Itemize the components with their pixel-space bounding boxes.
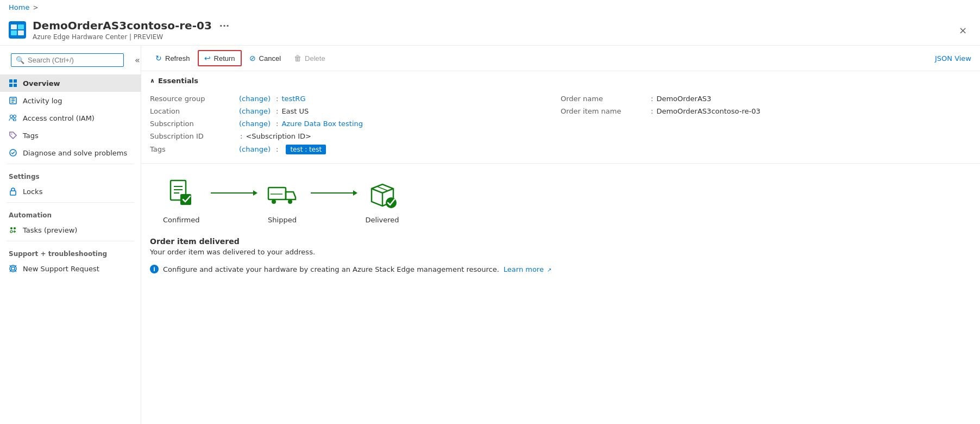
close-button[interactable]: × [954, 22, 971, 38]
subscription-value[interactable]: Azure Data Box testing [281, 120, 363, 128]
shipped-label: Shipped [268, 216, 297, 224]
svg-rect-5 [9, 79, 12, 83]
svg-rect-4 [18, 30, 24, 35]
support-icon [9, 264, 17, 273]
essentials-grid: Resource group (change) : testRG Locatio… [141, 90, 980, 164]
svg-point-19 [14, 227, 16, 229]
resource-group-value[interactable]: testRG [281, 95, 305, 103]
order-status-description: Your order item was delivered to your ad… [150, 248, 971, 256]
content-area: ↻ Refresh ↩ Return ⊘ Cancel 🗑 Delete JSO… [141, 46, 980, 424]
delete-icon: 🗑 [294, 54, 301, 63]
order-name-label: Order name [561, 95, 648, 103]
delivered-icon [365, 177, 400, 211]
section-support: Support + troubleshooting [0, 244, 141, 260]
arrow-shipped-delivered [300, 192, 365, 194]
sidebar-item-locks[interactable]: Locks [0, 183, 141, 200]
confirmed-icon [164, 177, 199, 211]
delete-button[interactable]: 🗑 Delete [288, 51, 331, 65]
essentials-right-col: Order name : DemoOrderAS3 Order item nam… [561, 92, 971, 157]
status-step-delivered: Delivered [365, 177, 400, 224]
ellipsis-menu[interactable]: ··· [216, 20, 233, 32]
svg-point-13 [10, 115, 13, 118]
subscription-label: Subscription [150, 120, 237, 128]
tags-change[interactable]: (change) [239, 145, 271, 153]
json-view-link[interactable]: JSON View [935, 54, 971, 63]
essentials-title: Essentials [158, 77, 198, 85]
svg-rect-0 [9, 21, 26, 39]
subscription-change[interactable]: (change) [239, 120, 271, 128]
external-link-icon: ↗ [547, 267, 551, 273]
confirmed-label: Confirmed [163, 216, 200, 224]
activity-log-icon [9, 96, 17, 105]
svg-point-33 [272, 199, 276, 204]
svg-rect-3 [11, 30, 17, 35]
resource-group-row: Resource group (change) : testRG [150, 92, 561, 105]
sidebar-item-diagnose[interactable]: Diagnose and solve problems [0, 144, 141, 161]
breadcrumb: Home > [0, 0, 980, 15]
sidebar-item-tags[interactable]: Tags [0, 127, 141, 144]
sidebar-item-label: Activity log [23, 97, 62, 105]
overview-icon [9, 79, 17, 88]
order-item-row: Order item name : DemoOrderAS3contoso-re… [561, 105, 971, 117]
delivered-label: Delivered [365, 216, 399, 224]
svg-rect-17 [10, 191, 16, 195]
svg-rect-31 [180, 194, 191, 205]
return-button[interactable]: ↩ Return [198, 50, 242, 66]
learn-more-link[interactable]: Learn more ↗ [504, 265, 552, 273]
section-automation: Automation [0, 205, 141, 221]
sidebar-item-label: New Support Request [23, 265, 99, 273]
resource-title: DemoOrderAS3contoso-re-03 ··· [33, 19, 954, 32]
refresh-button[interactable]: ↻ Refresh [150, 51, 196, 65]
search-input[interactable] [28, 56, 119, 64]
essentials-header: ∧ Essentials [141, 71, 980, 90]
order-name-row: Order name : DemoOrderAS3 [561, 92, 971, 105]
sidebar-item-label: Access control (IAM) [23, 114, 95, 122]
svg-rect-6 [14, 79, 17, 83]
breadcrumb-separator: > [33, 4, 38, 11]
subscription-id-value: <Subscription ID> [246, 132, 311, 140]
order-item-value: DemoOrderAS3contoso-re-03 [656, 107, 760, 115]
search-icon: 🔍 [16, 56, 24, 64]
sidebar-item-label: Tasks (preview) [23, 226, 77, 234]
status-step-shipped: Shipped [265, 177, 300, 224]
status-step-confirmed: Confirmed [163, 177, 200, 224]
sidebar-item-label: Locks [23, 188, 42, 196]
tags-row: Tags (change) : test : test [150, 142, 561, 157]
essentials-chevron[interactable]: ∧ [150, 77, 155, 84]
sidebar-item-label: Overview [23, 79, 60, 88]
arrow-confirmed-shipped [200, 192, 265, 194]
svg-rect-1 [11, 24, 17, 29]
sidebar-item-access-control[interactable]: Access control (IAM) [0, 109, 141, 127]
svg-point-20 [10, 230, 12, 233]
svg-point-14 [14, 115, 16, 118]
essentials-left-col: Resource group (change) : testRG Locatio… [150, 92, 561, 157]
resource-group-change[interactable]: (change) [239, 95, 271, 103]
svg-rect-7 [9, 84, 12, 87]
breadcrumb-home[interactable]: Home [9, 3, 29, 11]
return-icon: ↩ [204, 54, 211, 63]
sidebar: 🔍 « Overview Activity log Access control… [0, 46, 141, 424]
svg-point-22 [11, 267, 15, 270]
subscription-id-label: Subscription ID [150, 132, 237, 140]
refresh-icon: ↻ [155, 54, 162, 63]
info-icon: i [150, 265, 159, 273]
shipped-icon [265, 177, 300, 211]
sidebar-item-support[interactable]: New Support Request [0, 260, 141, 277]
location-change[interactable]: (change) [239, 107, 271, 115]
sidebar-item-tasks[interactable]: Tasks (preview) [0, 221, 141, 239]
status-timeline: Confirmed Shipped [141, 164, 980, 233]
collapse-sidebar-button[interactable]: « [133, 54, 141, 66]
sidebar-item-overview[interactable]: Overview [0, 74, 141, 92]
resource-group-label: Resource group [150, 95, 237, 103]
cancel-button[interactable]: ⊘ Cancel [244, 51, 286, 65]
sidebar-item-activity-log[interactable]: Activity log [0, 92, 141, 109]
header-title-group: DemoOrderAS3contoso-re-03 ··· Azure Edge… [33, 19, 954, 41]
divider-settings [7, 164, 134, 164]
resource-subtitle: Azure Edge Hardware Center | PREVIEW [33, 33, 954, 41]
svg-rect-2 [18, 24, 24, 29]
search-box[interactable]: 🔍 [11, 53, 124, 67]
divider-support [7, 241, 134, 241]
diagnose-icon [9, 148, 17, 157]
svg-rect-8 [14, 84, 17, 87]
tags-icon [9, 131, 17, 140]
